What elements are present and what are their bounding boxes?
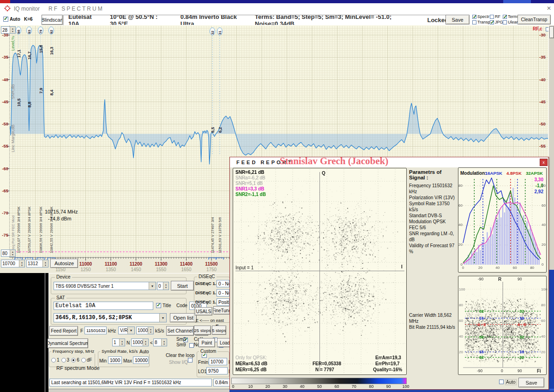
hist-xtick: 0: [462, 266, 464, 270]
scale-tick: 100: [402, 384, 409, 389]
close-icon[interactable]: ✕: [547, 5, 551, 12]
app-window: IQ monitor RF SPECTRUM ✕ Auto K=6 Blinds…: [0, 0, 554, 392]
level-top-spinner[interactable]: 28▲▼: [1, 26, 16, 34]
n1-spinner[interactable]: 1▲▼: [112, 339, 125, 346]
svg-text:SNR,dB: SNR,dB: [11, 84, 15, 99]
svg-text:Linc Margin,dB: Linc Margin,dB: [11, 125, 15, 152]
frequency-field[interactable]: 11501632: [84, 327, 107, 334]
device-group-label: Device: [55, 274, 72, 279]
svg-text:4 - 8: 4 - 8: [477, 322, 486, 327]
vertical-scrollbar[interactable]: [548, 25, 554, 270]
checkbox[interactable]: [503, 15, 507, 19]
autosize-button[interactable]: Autosize: [50, 259, 78, 268]
params-extra: Carrier Width 18,562 MHzBit Rate 21115,9…: [409, 312, 457, 330]
input-label: Input = 1: [235, 265, 253, 270]
level-bottom-spinner[interactable]: 80▲▼: [1, 249, 16, 257]
save-button[interactable]: Save: [446, 15, 470, 24]
start-button[interactable]: Start: [171, 281, 194, 291]
checkbox-label: RF: [495, 14, 500, 19]
feed-auto-checkbox[interactable]: [499, 380, 504, 384]
device-combo[interactable]: TBS 6908 DVBS/S2 Tuner 1▼: [54, 282, 156, 290]
scale-tick: 90: [386, 384, 391, 389]
snr-line: SNR=6,21 dB: [235, 170, 266, 175]
diseqc-row-label: DiSEqC 1.0: [195, 281, 219, 286]
hist-ytick: 60: [458, 203, 463, 208]
svg-text:6,5: 6,5: [211, 127, 215, 133]
radio[interactable]: [81, 358, 86, 362]
radio[interactable]: [61, 358, 66, 362]
diseqc-row-value[interactable]: 0 - No: [217, 289, 229, 297]
scale-tick: 30: [283, 384, 287, 389]
lt-label: <: [150, 340, 153, 345]
set-channel-button[interactable]: Set Channel: [166, 326, 194, 336]
freq-step-option-3[interactable]: 3: [61, 357, 70, 362]
svg-text:32: 32: [479, 355, 484, 360]
svg-text:Freq Pol SR FEC Mod: Freq Pol SR FEC Mod: [11, 215, 15, 252]
checkbox[interactable]: [503, 20, 507, 24]
cleantransp-button[interactable]: CleanTransp: [518, 15, 551, 24]
toolbar-dish: 0.84m Inverto Black Ultra: [181, 15, 247, 25]
blindscan-button[interactable]: Blindscan: [42, 15, 63, 25]
custom-group-label: Custom: [199, 349, 217, 354]
feed-report-button[interactable]: Feed Report: [49, 326, 78, 336]
diseqc-row-value[interactable]: 0 - No: [217, 280, 229, 287]
max-field[interactable]: 10000: [133, 356, 149, 364]
sat-name-field[interactable]: Eutelsat 10A: [54, 302, 153, 310]
freq-step-option-dF[interactable]: dF: [81, 357, 92, 362]
diseqc-row-value[interactable]: Position: [217, 298, 229, 306]
dynamical-spectrum-button[interactable]: Dynamical Spectrum: [48, 339, 88, 348]
search-status-bar: Last searching at 11501,6MHz V/R 13V Fin…: [49, 379, 212, 386]
device-index-spinner[interactable]: 0▲▼: [157, 282, 169, 290]
scale-tick: 50: [317, 384, 322, 389]
finetune-button[interactable]: FineTune: [213, 306, 230, 315]
sm9-checkbox[interactable]: [189, 343, 194, 348]
svg-text:86: 86: [17, 30, 21, 34]
paint-button[interactable]: Paint: [199, 338, 215, 347]
svg-text:10759,07 V 29996 3/4 8PSK: 10759,07 V 29996 3/4 8PSK: [27, 206, 31, 253]
min-field[interactable]: 1000: [108, 356, 122, 364]
polar-bottom-label: 0: [501, 368, 503, 373]
svg-text:Level,%: Level,%: [11, 36, 15, 51]
transponder-combo[interactable]: 3645,R,16130,56,S2;8PSK▼: [54, 313, 167, 322]
snr-line: SNR1=3,3 dB: [235, 186, 266, 192]
title-checkbox[interactable]: [156, 303, 161, 308]
auto-checkbox[interactable]: [3, 17, 8, 22]
open-list-button[interactable]: Open list: [170, 313, 197, 322]
n3-spinner[interactable]: 8▲▼: [153, 339, 167, 346]
svg-text:32: 32: [519, 355, 524, 360]
checkbox[interactable]: [490, 15, 494, 19]
diseqc-row-label: DiSEqC 1.1: [195, 290, 219, 295]
hist-ytick-right: 80: [542, 184, 546, 188]
toolbar-check-terms: Terms: [503, 14, 519, 19]
khz-label: kHz: [108, 328, 116, 333]
svg-text:79: 79: [39, 30, 43, 34]
fmin-field[interactable]: 10700: [209, 358, 227, 365]
usals-button[interactable]: USALS: [195, 307, 212, 315]
checkbox[interactable]: [472, 15, 476, 19]
polarization-combo[interactable]: V/R▼: [118, 327, 135, 334]
checkbox[interactable]: [472, 20, 476, 24]
symbolrate-spinner[interactable]: 1000▲▼: [136, 327, 154, 334]
toolbar-terms: Terms: Band=5; Step=5; Sm=3; MinLevel= -…: [255, 15, 419, 25]
feed-save-button[interactable]: Save: [518, 378, 544, 387]
freq-step-option-6[interactable]: 6: [71, 357, 79, 362]
n2-spinner[interactable]: 1000▲▼: [131, 339, 149, 346]
feed-close-icon[interactable]: x: [540, 159, 548, 166]
toolbar-check-spectr: Spectr: [472, 14, 489, 19]
radio[interactable]: [51, 358, 56, 362]
svg-text:10715,74 MHz: 10715,74 MHz: [45, 209, 78, 214]
hist-xtick: 80: [530, 266, 534, 270]
span-spinner[interactable]: 1312▲▼: [26, 260, 48, 267]
checkbox[interactable]: [490, 20, 494, 24]
radio[interactable]: [71, 358, 76, 362]
scale-tick: 0: [232, 384, 234, 389]
steps25-button[interactable]: 25 steps: [194, 326, 211, 335]
steps5-button[interactable]: 5 steps: [212, 326, 226, 335]
hist-ytick: 20: [458, 243, 463, 247]
srate-auto-checkbox[interactable]: [188, 358, 193, 362]
freq-step-option-1[interactable]: 1: [51, 357, 60, 362]
f-label: F: [80, 328, 83, 333]
lo1-field[interactable]: 9750: [206, 367, 228, 374]
param-row: Modulation QPSK: [409, 219, 457, 225]
fmin-spinner[interactable]: 10700▲▼: [1, 260, 25, 267]
